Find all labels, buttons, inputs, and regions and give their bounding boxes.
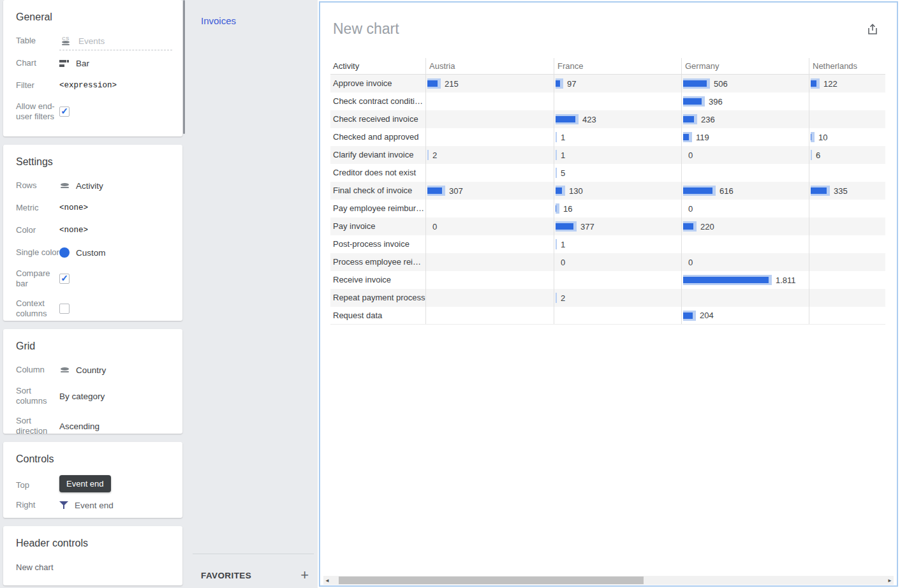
bar-cell[interactable]: 335 [809,182,885,200]
control-right-field[interactable]: Right Event end [3,499,182,511]
column-field[interactable]: Column Country [3,364,182,376]
bar-cell[interactable]: 10 [809,128,885,146]
table-row: Repeat payment process2 [330,289,885,307]
bar-cell[interactable]: 396 [681,92,809,110]
bar-cell[interactable] [554,307,681,324]
bar-cell[interactable] [554,271,681,289]
color-swatch[interactable] [59,247,70,258]
bar-cell[interactable] [425,92,554,110]
allow-filters-checkbox[interactable] [59,107,70,117]
bar-cell[interactable] [809,235,885,253]
bar-cell[interactable]: 122 [809,75,885,92]
bar-cell[interactable] [809,110,885,128]
metric-field-value: <none> [59,203,172,212]
bar-cell[interactable]: 1 [554,146,681,164]
export-icon[interactable] [866,23,879,36]
bar-cell[interactable]: 220 [681,217,809,235]
scrollbar-thumb[interactable] [339,577,644,584]
bar-cell[interactable]: 236 [681,110,809,128]
bar-cell[interactable] [809,217,885,235]
control-top-field[interactable]: Top Event end [3,476,182,494]
bar-cell[interactable]: 307 [425,182,554,200]
sort-direction-field[interactable]: Sort direction Ascending [3,416,182,436]
bar-cell[interactable]: 97 [554,75,681,92]
bar-cell[interactable]: 204 [681,307,809,324]
bar-cell[interactable] [425,289,554,307]
bar-cell[interactable] [425,110,554,128]
bar-cell[interactable] [425,307,554,324]
compare-bar-checkbox[interactable] [59,274,70,284]
scroll-right-arrow[interactable]: ► [886,576,894,585]
bar-cell[interactable] [809,271,885,289]
dataset-link-invoices[interactable]: Invoices [201,15,236,26]
bar-cell[interactable]: 616 [681,182,809,200]
bar-cell[interactable] [681,289,809,307]
bar-cell[interactable] [554,92,681,110]
bar-cell[interactable] [425,164,554,182]
bar-cell[interactable]: 0 [681,253,809,271]
color-field[interactable]: Color <none> [3,224,182,237]
bar-cell[interactable]: 6 [809,146,885,164]
context-columns-checkbox[interactable] [59,304,70,314]
bar-cell[interactable]: 119 [681,128,809,146]
bar-cell[interactable] [425,253,554,271]
bar-value-label: 1.811 [776,276,796,285]
column-header[interactable]: Netherlands [809,58,885,74]
table-field[interactable]: Table CS Events [3,34,182,47]
bar-cell[interactable]: 1 [554,235,681,253]
metric-field[interactable]: Metric <none> [3,202,182,214]
bar-cell[interactable] [681,164,809,182]
add-favorite-button[interactable]: + [300,569,309,582]
column-header[interactable]: Germany [681,58,809,74]
single-color-value: Custom [76,248,106,258]
single-color-field[interactable]: Single color Custom [3,246,182,259]
bar-cell[interactable] [425,235,554,253]
bar-value-label: 396 [709,97,723,107]
bar-cell[interactable] [809,92,885,110]
horizontal-scrollbar[interactable]: ◄ ► [323,576,894,585]
bar-cell[interactable] [425,271,554,289]
scroll-left-arrow[interactable]: ◄ [323,576,331,585]
scrollbar-track[interactable] [331,576,886,585]
bar-cell[interactable]: 0 [681,200,809,217]
column-header[interactable]: Activity [330,58,425,74]
sort-columns-field[interactable]: Sort columns By category [3,386,182,406]
rows-field[interactable]: Rows Activity [3,179,182,192]
compare-bar [556,239,557,249]
bar-cell[interactable] [809,164,885,182]
bar-cell[interactable] [809,200,885,217]
bar-cell[interactable]: 1 [554,128,681,146]
compare-bar [556,293,557,303]
bar-value-label: 220 [700,222,714,232]
bar-cell[interactable]: 506 [681,75,809,92]
header-controls-item[interactable]: New chart [3,561,182,573]
compare-bar [683,186,716,196]
chart-panel[interactable]: New chart ActivityAustriaFranceGermanyNe… [319,1,898,587]
bar-cell[interactable]: 16 [554,200,681,217]
bar-cell[interactable] [681,235,809,253]
bar-cell[interactable]: 0 [681,146,809,164]
filter-field[interactable]: Filter <expression> [3,79,182,92]
bar-cell[interactable]: 2 [425,146,554,164]
bar-chart-icon [59,60,70,67]
bar-cell[interactable]: 215 [425,75,554,92]
bar-cell[interactable]: 377 [554,217,681,235]
bar-cell[interactable]: 0 [425,217,554,235]
bar-cell[interactable] [425,128,554,146]
bar-cell[interactable]: 0 [554,253,681,271]
bar-cell[interactable] [809,289,885,307]
bar-cell[interactable]: 1.811 [681,271,809,289]
compare-bar [683,132,692,142]
bar-cell[interactable]: 130 [554,182,681,200]
bar-cell[interactable] [809,253,885,271]
bar-cell[interactable] [809,307,885,324]
compare-bar [556,203,559,214]
bar-cell[interactable]: 2 [554,289,681,307]
bar-cell[interactable] [425,200,554,217]
column-header[interactable]: France [554,58,681,74]
chart-type-field[interactable]: Chart Bar [3,57,182,70]
column-header[interactable]: Austria [425,58,554,74]
bar-cell[interactable]: 423 [554,110,681,128]
bar-cell[interactable]: 5 [554,164,681,182]
bar-value-label: 307 [449,186,463,196]
